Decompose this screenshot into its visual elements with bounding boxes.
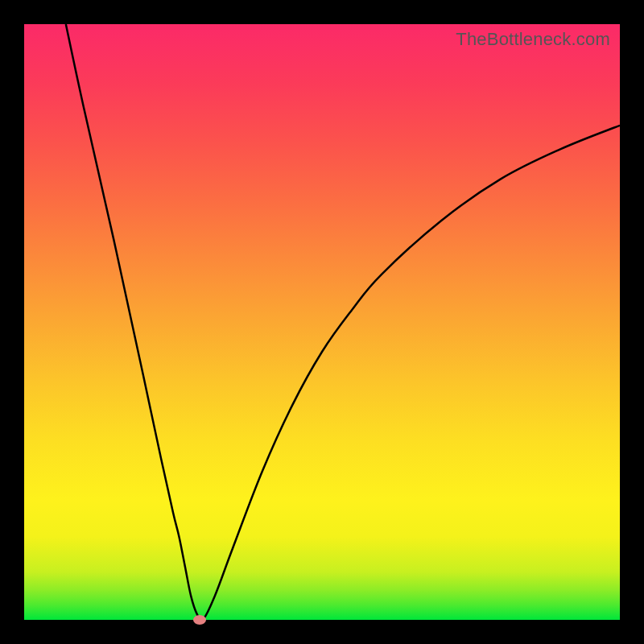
bottleneck-curve [66, 24, 620, 621]
plot-area: TheBottleneck.com [24, 24, 620, 620]
chart-frame: TheBottleneck.com [0, 0, 644, 644]
optimum-marker [193, 615, 206, 625]
curve-svg [24, 24, 620, 620]
